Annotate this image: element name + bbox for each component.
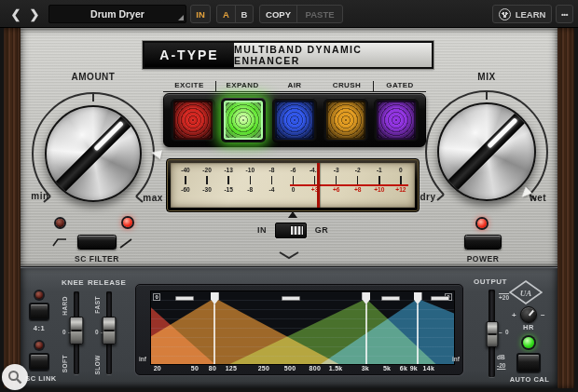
- mix-knob[interactable]: [437, 102, 536, 201]
- band-button-face-expand: [224, 101, 263, 140]
- band-button-housing: [163, 93, 426, 147]
- freq-label-1.5k: 1.5k: [329, 365, 343, 372]
- meter-expand-chevron-icon[interactable]: [278, 251, 300, 260]
- paste-button[interactable]: PASTE: [296, 6, 342, 22]
- band-button-face-crush: [326, 101, 365, 140]
- meter-top-value: -40: [181, 167, 190, 175]
- wood-rail-left: [4, 28, 21, 388]
- copy-button[interactable]: COPY: [260, 6, 296, 22]
- output-bottom-label: -20: [497, 362, 505, 369]
- band-gain-handle[interactable]: [431, 296, 449, 301]
- meter-mode-toggle-handle: [290, 225, 304, 236]
- freq-label-125: 125: [226, 365, 238, 372]
- meter-pointer-icon: [288, 211, 297, 218]
- sc-filter-label: SC FILTER: [69, 254, 125, 264]
- crossover-line: [417, 302, 419, 364]
- crossover-line: [213, 302, 215, 364]
- band-gain-handle[interactable]: [282, 296, 300, 301]
- knee-slider-handle[interactable]: [70, 317, 84, 345]
- svg-text:UA: UA: [520, 289, 532, 298]
- band-button-expand[interactable]: [221, 98, 266, 142]
- output-slider-handle[interactable]: [486, 321, 498, 347]
- vu-meter-face: -40-60-20-30-13-15-10-8-8-4-60-4.5+3-3+6…: [171, 163, 415, 208]
- crossover-line: [365, 302, 367, 364]
- amount-label: AMOUNT: [56, 72, 131, 82]
- vu-meter-redline: [290, 184, 408, 186]
- meter-tick: [271, 176, 272, 184]
- power-label: POWER: [463, 254, 502, 264]
- meter-bottom-value: -4: [268, 186, 274, 193]
- filter-tilt-icon: [119, 238, 132, 249]
- band-button-gated[interactable]: [374, 98, 419, 142]
- preset-a-button[interactable]: A: [217, 6, 235, 22]
- main-panel: A-TYPE MULTIBAND DYNAMIC ENHANCER AMOUNT…: [21, 28, 557, 266]
- amount-knob[interactable]: [45, 105, 142, 202]
- meter-top-value: -1: [377, 167, 382, 175]
- bypass-in-button[interactable]: IN: [190, 5, 211, 23]
- spectrum-gridlines: [151, 291, 454, 364]
- band-button-face-excite: [173, 101, 213, 140]
- toolbar: ❮ ❯ Drum Dryer IN A B COPY PASTE LEARN •…: [0, 0, 578, 28]
- magnifier-overlay-icon[interactable]: [2, 364, 28, 390]
- meter-top-value: -20: [202, 167, 212, 175]
- auto-cal-button[interactable]: [516, 353, 541, 372]
- meter-scale-col: -8-4: [262, 163, 281, 208]
- next-preset-button[interactable]: ❯: [26, 5, 43, 23]
- sc-filter-led-right: [123, 218, 132, 227]
- meter-bottom-value: -60: [181, 186, 190, 193]
- meter-bottom-value: -8: [247, 186, 253, 193]
- hr-knob[interactable]: [520, 306, 537, 323]
- meter-scale-col: -13-15: [219, 163, 238, 208]
- meter-bottom-value: -15: [224, 186, 233, 193]
- meter-bottom-value: -30: [202, 186, 212, 193]
- sc-filter-button[interactable]: [77, 235, 117, 250]
- band-button-air[interactable]: [272, 98, 317, 142]
- spectrum-screen: 0 0: [150, 291, 455, 365]
- display-inf-left: inf: [139, 356, 146, 362]
- meter-tick: [250, 176, 251, 184]
- power-led: [477, 219, 487, 228]
- learn-button[interactable]: LEARN: [492, 5, 552, 23]
- freq-label-250: 250: [258, 365, 270, 372]
- band-button-crush[interactable]: [323, 98, 368, 142]
- vu-meter-needle: [317, 163, 319, 208]
- release-slider-track[interactable]: [106, 291, 112, 374]
- knee-label: KNEE: [58, 278, 88, 287]
- ratio-button[interactable]: [29, 303, 49, 320]
- amount-min-label: min: [24, 191, 56, 201]
- power-button[interactable]: [464, 235, 502, 250]
- release-label: RELEASE: [88, 278, 125, 287]
- preset-selector[interactable]: Drum Dryer: [48, 5, 186, 23]
- freq-label-500: 500: [284, 365, 296, 372]
- learn-label: LEARN: [516, 9, 546, 20]
- auto-cal-label: AUTO CAL: [509, 375, 550, 384]
- meter-tick: [206, 176, 207, 184]
- vu-meter: -40-60-20-30-13-15-10-8-8-4-60-4.5+3-3+6…: [166, 158, 420, 212]
- meter-mode-gr-label: GR: [311, 225, 332, 235]
- output-top-label: +20: [499, 294, 509, 301]
- meter-mode-toggle[interactable]: [275, 223, 307, 238]
- band-gain-handle[interactable]: [381, 296, 400, 301]
- freq-label-3k: 3k: [362, 365, 369, 372]
- ratio-label: 4:1: [26, 324, 52, 332]
- more-menu-button[interactable]: •••: [556, 5, 573, 23]
- output-zero-label: 0: [505, 329, 509, 335]
- preset-b-button[interactable]: B: [235, 6, 253, 22]
- meter-bottom-value: 0: [292, 186, 296, 193]
- release-slider-handle[interactable]: [103, 317, 117, 345]
- mix-wet-label: wet: [522, 193, 554, 203]
- sc-link-button[interactable]: [29, 353, 49, 371]
- model-name: A-TYPE: [144, 43, 234, 67]
- knee-slider-track[interactable]: [74, 291, 79, 374]
- band-gain-handle[interactable]: [175, 296, 194, 301]
- plugin-window: ❮ ❯ Drum Dryer IN A B COPY PASTE LEARN •…: [0, 0, 578, 392]
- previous-preset-button[interactable]: ❮: [7, 5, 24, 23]
- sc-filter-led-left: [56, 219, 64, 227]
- meter-top-value: -6: [291, 167, 296, 175]
- release-zero-label: 0: [95, 329, 99, 335]
- spectrum-display: 0 0 inf inf 2050801252505008001.5k3k5k6k…: [135, 284, 463, 375]
- output-slider-track[interactable]: [489, 290, 495, 377]
- meter-top-value: 0: [399, 167, 403, 175]
- band-button-excite[interactable]: [171, 98, 215, 142]
- display-zero-left: 0: [153, 293, 160, 301]
